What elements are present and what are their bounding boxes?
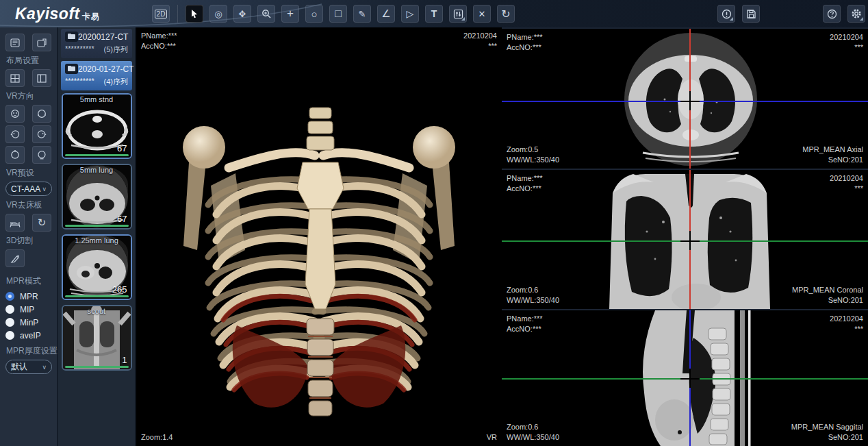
folder-icon [65, 32, 78, 42]
cursor-tool-button[interactable] [186, 5, 203, 23]
study-id: *** [830, 324, 863, 334]
ellipse-icon: ○ [311, 8, 317, 20]
thumbnail-5mm-stnd[interactable]: 5mm stnd 67 [62, 93, 132, 159]
vr-viewport[interactable]: PName:*** AccNO:*** 20210204 *** Zoom:1.… [136, 27, 502, 446]
cut3d-button[interactable] [5, 249, 25, 267]
annotate-arrow-button[interactable]: ▷ [401, 5, 419, 23]
cine-scroll-button[interactable]: ◎ [209, 5, 227, 23]
vr-inferior-button[interactable] [32, 146, 51, 164]
radio-label: aveIP [20, 331, 41, 340]
series-item[interactable]: 20200127-CT ********** (5)序列 [61, 29, 132, 58]
vr-right-button[interactable] [32, 125, 51, 143]
series-title: 20200127-CT [78, 32, 128, 42]
cine-scroll-icon: ◎ [214, 9, 222, 19]
zoom-button[interactable] [257, 5, 275, 23]
thumbnail-progress [65, 295, 129, 297]
info-button[interactable] [717, 5, 735, 23]
delete-annotations-button[interactable]: ✕ [473, 5, 491, 23]
layout-report-button[interactable] [5, 34, 25, 51]
mpr-coronal-viewport[interactable]: PName:*** AccNO:*** 20210204 *** Zoom:0.… [502, 170, 868, 309]
zoom-text: Zoom:0.6 [507, 422, 559, 432]
remove-bed-button[interactable] [5, 214, 25, 232]
thumbnail-count: 67 [117, 143, 127, 153]
thumbnail-125mm-lung[interactable]: 1.25mm lung 265 [62, 234, 132, 300]
angle-button[interactable]: ∠ [377, 5, 395, 23]
series-item-selected[interactable]: 2020-01-27-CT ********** (4)序列 [61, 61, 132, 90]
pname-text: PName:*** [507, 173, 543, 184]
thumbnail-scout[interactable]: scout 1 [62, 305, 132, 371]
mpr-mode-option-mpr[interactable]: MPR [5, 290, 57, 303]
reset-icon: ↻ [501, 8, 510, 21]
mpr-column: PName:*** AccNO:*** 20210204 *** Zoom:0.… [502, 27, 868, 446]
series-count: (4)序列 [104, 77, 128, 87]
thumbnail-5mm-lung[interactable]: 5mm lung 67 [62, 164, 132, 230]
chevron-down-icon: ∨ [42, 364, 47, 371]
left-sidebar: 布局设置 VR方向 [0, 27, 58, 446]
study-date: 20210204 [830, 32, 863, 42]
gear-icon [851, 8, 862, 19]
2d-view-button[interactable]: 2D [152, 5, 170, 23]
wwwl-text: WW/WL:350/40 [507, 432, 559, 443]
radio-label: MPR [20, 292, 38, 301]
restore-bed-button[interactable]: ↻ [32, 214, 51, 232]
measure-line-button[interactable]: ✎ [353, 5, 371, 23]
crosshair-button[interactable]: + [281, 5, 299, 23]
thumbnail-count: 1 [122, 355, 127, 365]
crosshair-gap [689, 369, 691, 388]
app-root: Kayisoft 卡易 2D ◎ ✥ [0, 0, 868, 446]
toolbar-separator [177, 5, 178, 23]
pan-button[interactable]: ✥ [233, 5, 251, 23]
seno-text: SeNO:201 [791, 432, 863, 443]
layout-grid-button[interactable] [5, 69, 25, 87]
panel-zoom-overlay: Zoom:0.6 WW/WL:350/40 [507, 422, 559, 443]
logo-text: Kayisoft [15, 5, 80, 23]
radio-icon [5, 305, 14, 314]
mpr-mode-option-aveip[interactable]: aveIP [5, 329, 57, 342]
thickness-select[interactable]: 默认 ∨ [5, 360, 52, 374]
head-left-icon [10, 129, 20, 139]
rectangle-icon: □ [335, 8, 342, 20]
mpr-mode-option-minp[interactable]: MinP [5, 316, 57, 329]
pan-icon: ✥ [239, 9, 246, 19]
mpr-mode-label: MPR模式 [6, 275, 57, 287]
vr-left-button[interactable] [5, 125, 25, 143]
ellipse-roi-button[interactable]: ○ [305, 5, 323, 23]
pname-text: PName:*** [507, 32, 543, 42]
settings-button[interactable] [847, 5, 865, 23]
window-level-button[interactable] [449, 5, 467, 23]
layout-split-button[interactable] [32, 69, 51, 87]
vr-posterior-button[interactable] [32, 105, 51, 123]
help-button[interactable] [823, 5, 841, 23]
viewport-study-overlay: 20210204 *** [463, 31, 497, 51]
mpr-axial-viewport[interactable]: PName:*** AccNO:*** 20210204 *** Zoom:0.… [502, 29, 868, 169]
seno-text: SeNO:201 [792, 295, 863, 306]
layout-report-icon [10, 38, 20, 47]
pencil-icon: ✎ [359, 9, 366, 19]
text-annotation-button[interactable]: T [425, 5, 443, 23]
thumbnail-label: 5mm stnd [63, 95, 131, 103]
top-toolbar: Kayisoft 卡易 2D ◎ ✥ [0, 0, 868, 27]
radio-selected-icon [5, 292, 14, 301]
vr-superior-button[interactable] [5, 146, 25, 164]
panel-patient-overlay: PName:*** AccNO:*** [507, 32, 543, 53]
bed-reset-icon: ↻ [38, 216, 47, 229]
save-button[interactable] [742, 5, 760, 23]
head-front-icon [10, 109, 20, 119]
rect-roi-button[interactable]: □ [329, 5, 347, 23]
mpr-mode-option-mip[interactable]: MIP [5, 303, 57, 316]
thickness-value: 默认 [11, 361, 42, 373]
vr-preset-label: VR预设 [6, 167, 57, 179]
series-name-text: MPR_MEAN Coronal [792, 285, 863, 295]
help-icon [827, 9, 837, 19]
wwwl-text: WW/WL:350/40 [507, 155, 559, 165]
vr-preset-select[interactable]: CT-AAA ∨ [5, 182, 52, 196]
accno-text: AccNO:*** [141, 41, 177, 51]
zoom-icon [261, 9, 271, 18]
accno-text: AccNO:*** [507, 184, 543, 194]
crosshair-gap [689, 91, 691, 110]
split-left-icon [37, 74, 47, 83]
layout-tab-button[interactable] [32, 34, 51, 51]
mpr-sagittal-viewport[interactable]: PName:*** AccNO:*** 20210204 *** Zoom:0.… [502, 310, 868, 446]
vr-anterior-button[interactable] [5, 105, 25, 123]
reset-button[interactable]: ↻ [497, 5, 515, 23]
